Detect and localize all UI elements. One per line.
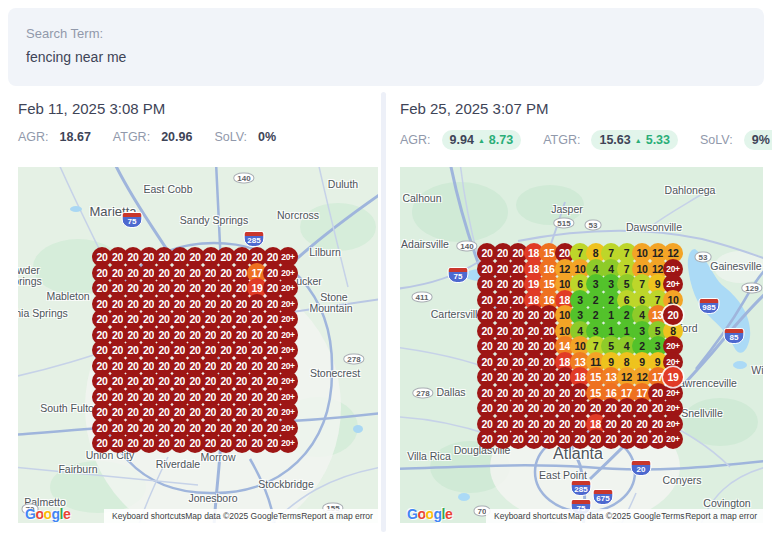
metric: AGR:9.94▲8.73 (400, 130, 521, 150)
map-label: Adairsville (401, 238, 449, 250)
google-logo-letter: o (425, 506, 433, 522)
map-label: South Fulton (40, 402, 100, 414)
metric-label: ATGR: (113, 130, 150, 144)
terms-link[interactable]: Terms (278, 511, 301, 521)
comparison-panel-right: Feb 25, 2025 3:07 PM AGR:9.94▲8.73ATGR:1… (400, 100, 763, 117)
keyboard-shortcuts-link[interactable]: Keyboard shortcuts (494, 511, 567, 521)
route-shield: 53 (695, 252, 712, 263)
map-attribution-bar: Keyboard shortcuts Map data ©2025 Google… (104, 509, 378, 523)
metric-value: 15.63 (599, 133, 630, 147)
report-map-error-link[interactable]: Report a map error (301, 511, 373, 521)
google-logo-letter: g (434, 506, 442, 522)
rank-pin[interactable]: 20+ (278, 433, 298, 453)
map-label: Morrow (200, 451, 235, 463)
map-label: Dahlonega (665, 184, 716, 196)
map-label: Lithia Springs (18, 307, 68, 319)
route-shield: 411 (412, 292, 433, 303)
map-label: Duluth (328, 178, 358, 190)
map-data-attribution: Map data ©2025 Google (568, 511, 661, 521)
map-label: Mountain (309, 302, 352, 314)
panel-divider (381, 92, 386, 532)
route-shield: 129 (741, 283, 762, 294)
map-label: Gainesville (710, 260, 761, 272)
google-logo-letter: e (63, 506, 70, 522)
report-map-error-link[interactable]: Report a map error (685, 511, 757, 521)
up-arrow-icon: ▲ (635, 137, 642, 144)
map-label: Lilburn (309, 246, 341, 258)
metric-delta: 8.73 (489, 133, 513, 147)
metric-delta: 5.33 (646, 133, 670, 147)
search-term-label: Search Term: (26, 26, 746, 41)
route-shield: 53 (585, 220, 602, 231)
metric: SoLV:0% (214, 130, 276, 144)
metric-pill: 9.94▲8.73 (442, 130, 522, 150)
map-label: Winder (751, 364, 763, 376)
rank-pin[interactable]: 20 (663, 305, 683, 325)
metric: ATGR:20.96 (113, 130, 193, 144)
map-label: Snellville (681, 407, 722, 419)
interstate-shield: 85 (724, 328, 745, 344)
google-logo[interactable]: Google (25, 506, 70, 522)
metric: AGR:18.67 (18, 130, 91, 144)
map-canvas[interactable]: Google Keyboard shortcuts Map data ©2025… (18, 167, 378, 523)
map-label: Sandy Springs (180, 214, 248, 226)
map-label: Norcross (277, 209, 319, 221)
metric-label: ATGR: (543, 133, 580, 147)
terms-link[interactable]: Terms (661, 511, 684, 521)
route-shield: 515 (553, 218, 574, 229)
map-label: Jasper (551, 203, 583, 215)
map-label: Riverdale (156, 458, 200, 470)
map-label: Jonesboro (188, 492, 237, 504)
metric-value: 18.67 (60, 130, 91, 144)
route-shield: 278 (343, 354, 364, 365)
map-label: Springs (18, 275, 42, 287)
metric-label: SoLV: (214, 130, 247, 144)
map-label: Cartersville (431, 308, 484, 320)
comparison-panel-left: Feb 11, 2025 3:08 PM AGR:18.67ATGR:20.96… (18, 100, 378, 117)
search-term-value: fencing near me (26, 49, 746, 65)
metric-value: 0% (258, 130, 276, 144)
metric-label: SoLV: (700, 133, 733, 147)
map-label: Stockbridge (258, 478, 313, 490)
map-label: Villa Rica (407, 450, 451, 462)
map-label: Mableton (46, 290, 89, 302)
google-logo-letter: g (52, 506, 60, 522)
metric-pill: 15.63▲5.33 (591, 130, 678, 150)
map-label: Conyers (662, 474, 701, 486)
metric-value: 20.96 (161, 130, 192, 144)
metric-label: AGR: (18, 130, 49, 144)
google-logo-letter: e (445, 506, 452, 522)
panel-timestamp: Feb 25, 2025 3:07 PM (400, 100, 763, 117)
interstate-shield: 75 (122, 212, 143, 228)
map-label: Calhoun (402, 192, 441, 204)
metric: ATGR:15.63▲5.33 (543, 130, 678, 150)
map-label: Covington (703, 497, 750, 509)
map-label: Dallas (436, 386, 465, 398)
search-term-card: Search Term: fencing near me (8, 8, 764, 86)
panel-timestamp: Feb 11, 2025 3:08 PM (18, 100, 378, 117)
metrics-row: AGR:18.67ATGR:20.96SoLV:0% (18, 130, 276, 144)
route-shield: 140 (456, 241, 477, 252)
interstate-shield: 75 (448, 267, 469, 283)
map-label: East Cobb (143, 183, 192, 195)
rank-pin[interactable]: 19 (663, 367, 683, 387)
metric-pill: 9%▲9% (744, 130, 772, 150)
map-data-attribution: Map data ©2025 Google (185, 511, 278, 521)
map-label: Fairburn (58, 463, 97, 475)
google-logo-letter: G (25, 506, 35, 522)
route-shield: 278 (412, 388, 433, 399)
google-logo-letter: o (43, 506, 51, 522)
keyboard-shortcuts-link[interactable]: Keyboard shortcuts (112, 511, 185, 521)
map-label: Dawsonville (626, 221, 682, 233)
metric-value: 9.94 (450, 133, 474, 147)
up-arrow-icon: ▲ (478, 137, 485, 144)
interstate-shield: 20 (631, 460, 652, 476)
metrics-row: AGR:9.94▲8.73ATGR:15.63▲5.33SoLV:9%▲9% (400, 130, 772, 150)
interstate-shield: 285 (244, 231, 265, 247)
google-logo[interactable]: Google (407, 506, 452, 522)
interstate-shield: 285 (571, 480, 592, 496)
map-canvas[interactable]: Google Keyboard shortcuts Map data ©2025… (400, 167, 763, 523)
rank-pin[interactable]: 20+ (663, 429, 683, 449)
route-shield: 140 (233, 173, 254, 184)
metric: SoLV:9%▲9% (700, 130, 772, 150)
